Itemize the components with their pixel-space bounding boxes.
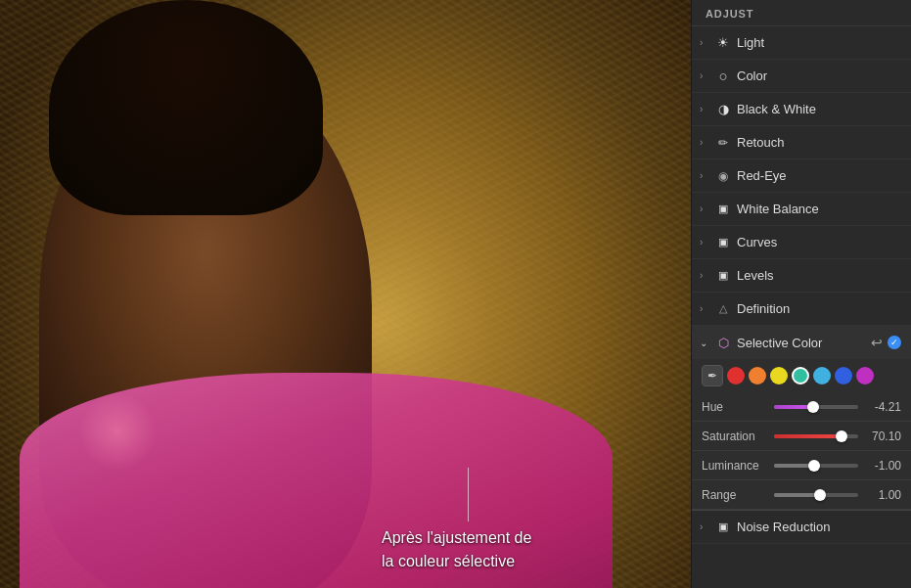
selective-color-icon: ⬡ xyxy=(715,335,731,350)
selective-color-header[interactable]: ⌄ ⬡ Selective Color ↩ xyxy=(692,326,911,359)
saturation-slider[interactable] xyxy=(774,434,858,438)
color-dot-red[interactable] xyxy=(727,367,745,384)
color-icon: ○ xyxy=(715,68,731,84)
range-slider[interactable] xyxy=(774,493,858,497)
chevron-right-icon: › xyxy=(700,170,709,181)
luminance-row: Luminance -1.00 xyxy=(692,451,911,480)
luminance-slider[interactable] xyxy=(774,464,858,468)
color-dot-orange[interactable] xyxy=(749,367,766,384)
color-picker-row: ✒ xyxy=(692,359,911,392)
range-fill xyxy=(774,493,820,497)
adjust-item-redeye[interactable]: › ◉ Red-Eye xyxy=(692,159,911,193)
definition-label: Definition xyxy=(737,301,901,316)
blackwhite-icon: ◑ xyxy=(715,102,731,117)
adjust-item-light[interactable]: › ☀ Light xyxy=(692,26,911,60)
whitebalance-label: White Balance xyxy=(737,202,901,216)
chevron-right-icon: › xyxy=(700,204,709,214)
panel-title: ADJUST xyxy=(692,0,911,26)
reset-button[interactable]: ↩ xyxy=(871,336,883,349)
hue-label: Hue xyxy=(702,400,768,414)
saturation-row: Saturation 70.10 xyxy=(692,422,911,451)
saturation-value: 70.10 xyxy=(864,430,901,443)
shirt-shine xyxy=(78,392,157,471)
hue-slider[interactable] xyxy=(774,405,858,409)
saturation-thumb xyxy=(836,430,847,442)
hue-value: -4.21 xyxy=(864,400,901,414)
chevron-right-icon: › xyxy=(700,37,709,48)
range-value: 1.00 xyxy=(864,488,901,502)
chevron-right-icon: › xyxy=(700,237,709,248)
saturation-fill xyxy=(774,434,842,438)
color-dot-teal[interactable] xyxy=(792,367,809,384)
chevron-right-icon: › xyxy=(700,137,709,148)
eyedropper-button[interactable]: ✒ xyxy=(702,365,723,386)
range-row: Range 1.00 xyxy=(692,480,911,510)
retouch-label: Retouch xyxy=(737,135,901,150)
light-icon: ☀ xyxy=(715,35,731,51)
selective-color-section: ⌄ ⬡ Selective Color ↩ ✒ xyxy=(692,326,911,511)
luminance-label: Luminance xyxy=(702,459,768,473)
selective-color-actions: ↩ xyxy=(871,336,901,349)
adjust-item-blackwhite[interactable]: › ◑ Black & White xyxy=(692,93,911,126)
chevron-down-icon: ⌄ xyxy=(700,338,709,348)
levels-icon: ▣ xyxy=(715,268,731,284)
redeye-icon: ◉ xyxy=(715,168,731,184)
hue-thumb xyxy=(807,401,819,413)
range-thumb xyxy=(814,489,826,501)
photo-canvas: Après l'ajustement de la couleur sélecti… xyxy=(0,0,691,588)
whitebalance-icon: ▣ xyxy=(715,202,731,217)
curves-label: Curves xyxy=(737,235,901,249)
blackwhite-label: Black & White xyxy=(737,102,901,116)
light-label: Light xyxy=(737,35,901,50)
adjust-item-color[interactable]: › ○ Color xyxy=(692,60,911,93)
chevron-right-icon: › xyxy=(700,70,709,81)
retouch-icon: ✏ xyxy=(715,135,731,151)
adjust-item-noisereduction[interactable]: › ▣ Noise Reduction xyxy=(692,511,911,544)
adjust-list: › ☀ Light › ○ Color › ◑ Black & White › … xyxy=(692,26,911,588)
range-label: Range xyxy=(702,488,768,502)
selective-color-label: Selective Color xyxy=(737,336,865,350)
adjust-item-whitebalance[interactable]: › ▣ White Balance xyxy=(692,193,911,226)
person-hair xyxy=(49,0,323,215)
color-dot-yellow[interactable] xyxy=(770,367,788,384)
levels-label: Levels xyxy=(737,268,901,283)
definition-icon: △ xyxy=(715,301,731,317)
curves-icon: ▣ xyxy=(715,235,731,250)
sliders-section: Hue -4.21 Saturation 70.10 xyxy=(692,392,911,510)
adjust-item-curves[interactable]: › ▣ Curves xyxy=(692,226,911,259)
hue-row: Hue -4.21 xyxy=(692,392,911,422)
adjust-item-levels[interactable]: › ▣ Levels xyxy=(692,259,911,293)
luminance-thumb xyxy=(808,460,820,472)
chevron-right-icon: › xyxy=(700,270,709,281)
chevron-right-icon: › xyxy=(700,104,709,114)
color-label: Color xyxy=(737,68,901,83)
saturation-label: Saturation xyxy=(702,430,768,443)
redeye-label: Red-Eye xyxy=(737,168,901,183)
chevron-right-icon: › xyxy=(700,521,709,532)
adjust-panel: ADJUST › ☀ Light › ○ Color › ◑ Black & W… xyxy=(691,0,911,588)
luminance-value: -1.00 xyxy=(864,459,901,473)
color-dot-purple[interactable] xyxy=(856,367,874,384)
active-indicator xyxy=(888,336,901,349)
color-dot-lightblue[interactable] xyxy=(813,367,831,384)
noisereduction-icon: ▣ xyxy=(715,520,731,535)
noisereduction-label: Noise Reduction xyxy=(737,520,901,534)
chevron-right-icon: › xyxy=(700,303,709,314)
adjust-item-definition[interactable]: › △ Definition xyxy=(692,293,911,326)
color-dot-blue[interactable] xyxy=(835,367,852,384)
adjust-item-retouch[interactable]: › ✏ Retouch xyxy=(692,126,911,159)
